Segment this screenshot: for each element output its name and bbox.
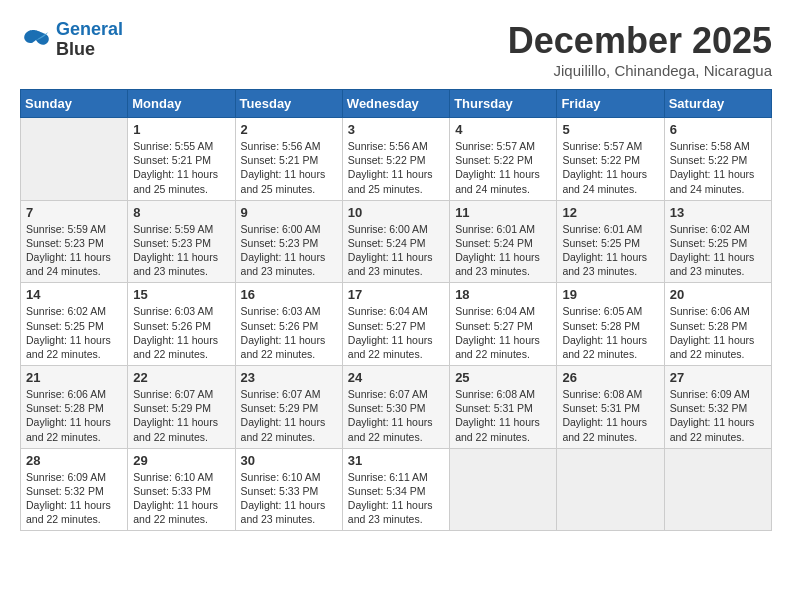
day-number: 8 — [133, 205, 229, 220]
day-info: Sunrise: 6:06 AM Sunset: 5:28 PM Dayligh… — [26, 387, 122, 444]
day-info: Sunrise: 6:02 AM Sunset: 5:25 PM Dayligh… — [26, 304, 122, 361]
day-info: Sunrise: 6:03 AM Sunset: 5:26 PM Dayligh… — [241, 304, 337, 361]
day-number: 14 — [26, 287, 122, 302]
logo-icon — [20, 26, 52, 54]
calendar-header: Sunday Monday Tuesday Wednesday Thursday… — [21, 90, 772, 118]
location: Jiquilillo, Chinandega, Nicaragua — [508, 62, 772, 79]
day-info: Sunrise: 6:10 AM Sunset: 5:33 PM Dayligh… — [241, 470, 337, 527]
calendar-cell: 18Sunrise: 6:04 AM Sunset: 5:27 PM Dayli… — [450, 283, 557, 366]
calendar-week-1: 1Sunrise: 5:55 AM Sunset: 5:21 PM Daylig… — [21, 118, 772, 201]
calendar-cell: 26Sunrise: 6:08 AM Sunset: 5:31 PM Dayli… — [557, 366, 664, 449]
day-info: Sunrise: 6:10 AM Sunset: 5:33 PM Dayligh… — [133, 470, 229, 527]
header-thursday: Thursday — [450, 90, 557, 118]
calendar-week-4: 21Sunrise: 6:06 AM Sunset: 5:28 PM Dayli… — [21, 366, 772, 449]
day-number: 2 — [241, 122, 337, 137]
day-info: Sunrise: 6:04 AM Sunset: 5:27 PM Dayligh… — [348, 304, 444, 361]
calendar-cell: 25Sunrise: 6:08 AM Sunset: 5:31 PM Dayli… — [450, 366, 557, 449]
calendar-cell: 30Sunrise: 6:10 AM Sunset: 5:33 PM Dayli… — [235, 448, 342, 531]
calendar-cell: 17Sunrise: 6:04 AM Sunset: 5:27 PM Dayli… — [342, 283, 449, 366]
logo: General Blue — [20, 20, 123, 60]
calendar-week-5: 28Sunrise: 6:09 AM Sunset: 5:32 PM Dayli… — [21, 448, 772, 531]
day-info: Sunrise: 6:08 AM Sunset: 5:31 PM Dayligh… — [562, 387, 658, 444]
day-info: Sunrise: 6:05 AM Sunset: 5:28 PM Dayligh… — [562, 304, 658, 361]
calendar-cell: 2Sunrise: 5:56 AM Sunset: 5:21 PM Daylig… — [235, 118, 342, 201]
calendar-cell: 7Sunrise: 5:59 AM Sunset: 5:23 PM Daylig… — [21, 200, 128, 283]
calendar-table: Sunday Monday Tuesday Wednesday Thursday… — [20, 89, 772, 531]
day-number: 13 — [670, 205, 766, 220]
header-sunday: Sunday — [21, 90, 128, 118]
calendar-cell: 5Sunrise: 5:57 AM Sunset: 5:22 PM Daylig… — [557, 118, 664, 201]
calendar-body: 1Sunrise: 5:55 AM Sunset: 5:21 PM Daylig… — [21, 118, 772, 531]
day-number: 17 — [348, 287, 444, 302]
calendar-cell: 8Sunrise: 5:59 AM Sunset: 5:23 PM Daylig… — [128, 200, 235, 283]
day-info: Sunrise: 5:57 AM Sunset: 5:22 PM Dayligh… — [562, 139, 658, 196]
page-header: General Blue December 2025 Jiquilillo, C… — [20, 20, 772, 79]
day-number: 24 — [348, 370, 444, 385]
calendar-cell: 11Sunrise: 6:01 AM Sunset: 5:24 PM Dayli… — [450, 200, 557, 283]
day-info: Sunrise: 6:09 AM Sunset: 5:32 PM Dayligh… — [26, 470, 122, 527]
calendar-cell: 13Sunrise: 6:02 AM Sunset: 5:25 PM Dayli… — [664, 200, 771, 283]
calendar-cell: 15Sunrise: 6:03 AM Sunset: 5:26 PM Dayli… — [128, 283, 235, 366]
day-info: Sunrise: 6:07 AM Sunset: 5:29 PM Dayligh… — [241, 387, 337, 444]
calendar-cell: 12Sunrise: 6:01 AM Sunset: 5:25 PM Dayli… — [557, 200, 664, 283]
day-number: 29 — [133, 453, 229, 468]
logo-line2: Blue — [56, 40, 123, 60]
day-info: Sunrise: 6:07 AM Sunset: 5:30 PM Dayligh… — [348, 387, 444, 444]
calendar-cell: 3Sunrise: 5:56 AM Sunset: 5:22 PM Daylig… — [342, 118, 449, 201]
calendar-cell: 29Sunrise: 6:10 AM Sunset: 5:33 PM Dayli… — [128, 448, 235, 531]
day-number: 11 — [455, 205, 551, 220]
day-number: 27 — [670, 370, 766, 385]
day-number: 28 — [26, 453, 122, 468]
calendar-cell: 31Sunrise: 6:11 AM Sunset: 5:34 PM Dayli… — [342, 448, 449, 531]
day-info: Sunrise: 5:59 AM Sunset: 5:23 PM Dayligh… — [133, 222, 229, 279]
day-number: 1 — [133, 122, 229, 137]
title-area: December 2025 Jiquilillo, Chinandega, Ni… — [508, 20, 772, 79]
day-number: 15 — [133, 287, 229, 302]
day-number: 21 — [26, 370, 122, 385]
day-number: 23 — [241, 370, 337, 385]
day-info: Sunrise: 6:11 AM Sunset: 5:34 PM Dayligh… — [348, 470, 444, 527]
calendar-cell: 24Sunrise: 6:07 AM Sunset: 5:30 PM Dayli… — [342, 366, 449, 449]
calendar-cell — [21, 118, 128, 201]
logo-text: General Blue — [56, 20, 123, 60]
day-info: Sunrise: 6:02 AM Sunset: 5:25 PM Dayligh… — [670, 222, 766, 279]
header-tuesday: Tuesday — [235, 90, 342, 118]
day-number: 22 — [133, 370, 229, 385]
day-number: 18 — [455, 287, 551, 302]
day-number: 30 — [241, 453, 337, 468]
day-number: 6 — [670, 122, 766, 137]
calendar-cell: 14Sunrise: 6:02 AM Sunset: 5:25 PM Dayli… — [21, 283, 128, 366]
header-saturday: Saturday — [664, 90, 771, 118]
calendar-cell: 20Sunrise: 6:06 AM Sunset: 5:28 PM Dayli… — [664, 283, 771, 366]
day-info: Sunrise: 6:07 AM Sunset: 5:29 PM Dayligh… — [133, 387, 229, 444]
day-number: 25 — [455, 370, 551, 385]
day-info: Sunrise: 6:00 AM Sunset: 5:23 PM Dayligh… — [241, 222, 337, 279]
day-info: Sunrise: 6:03 AM Sunset: 5:26 PM Dayligh… — [133, 304, 229, 361]
calendar-cell: 28Sunrise: 6:09 AM Sunset: 5:32 PM Dayli… — [21, 448, 128, 531]
day-number: 10 — [348, 205, 444, 220]
day-number: 7 — [26, 205, 122, 220]
calendar-cell — [557, 448, 664, 531]
day-info: Sunrise: 6:09 AM Sunset: 5:32 PM Dayligh… — [670, 387, 766, 444]
day-info: Sunrise: 6:01 AM Sunset: 5:25 PM Dayligh… — [562, 222, 658, 279]
calendar-cell — [450, 448, 557, 531]
logo-line1: General — [56, 19, 123, 39]
day-number: 26 — [562, 370, 658, 385]
calendar-cell: 9Sunrise: 6:00 AM Sunset: 5:23 PM Daylig… — [235, 200, 342, 283]
day-info: Sunrise: 5:58 AM Sunset: 5:22 PM Dayligh… — [670, 139, 766, 196]
calendar-cell: 27Sunrise: 6:09 AM Sunset: 5:32 PM Dayli… — [664, 366, 771, 449]
calendar-cell: 16Sunrise: 6:03 AM Sunset: 5:26 PM Dayli… — [235, 283, 342, 366]
day-info: Sunrise: 6:06 AM Sunset: 5:28 PM Dayligh… — [670, 304, 766, 361]
day-info: Sunrise: 6:00 AM Sunset: 5:24 PM Dayligh… — [348, 222, 444, 279]
day-number: 5 — [562, 122, 658, 137]
calendar-cell: 22Sunrise: 6:07 AM Sunset: 5:29 PM Dayli… — [128, 366, 235, 449]
day-info: Sunrise: 6:01 AM Sunset: 5:24 PM Dayligh… — [455, 222, 551, 279]
day-number: 20 — [670, 287, 766, 302]
day-info: Sunrise: 6:04 AM Sunset: 5:27 PM Dayligh… — [455, 304, 551, 361]
day-info: Sunrise: 5:55 AM Sunset: 5:21 PM Dayligh… — [133, 139, 229, 196]
day-number: 9 — [241, 205, 337, 220]
day-number: 3 — [348, 122, 444, 137]
calendar-week-3: 14Sunrise: 6:02 AM Sunset: 5:25 PM Dayli… — [21, 283, 772, 366]
day-info: Sunrise: 6:08 AM Sunset: 5:31 PM Dayligh… — [455, 387, 551, 444]
day-info: Sunrise: 5:56 AM Sunset: 5:21 PM Dayligh… — [241, 139, 337, 196]
